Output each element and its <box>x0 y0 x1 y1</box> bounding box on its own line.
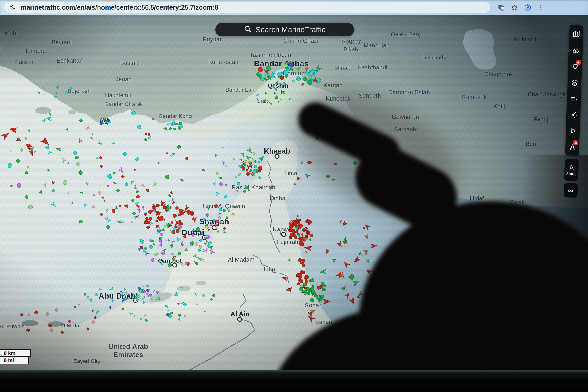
vessel-marker[interactable] <box>303 283 306 286</box>
vessel-marker[interactable] <box>152 289 156 293</box>
vessel-marker[interactable] <box>206 235 208 238</box>
vessel-marker[interactable] <box>39 188 45 195</box>
vessel-marker[interactable] <box>368 280 374 286</box>
vessel-marker[interactable] <box>202 294 205 297</box>
vessel-marker[interactable] <box>359 251 362 255</box>
vessel-marker[interactable] <box>17 183 21 188</box>
vessel-marker[interactable] <box>77 304 80 306</box>
vessel-marker[interactable] <box>140 183 145 188</box>
vessel-marker[interactable] <box>25 137 27 139</box>
vessel-marker[interactable] <box>258 169 261 172</box>
vessel-marker[interactable] <box>156 225 159 228</box>
vessel-marker[interactable] <box>181 287 184 289</box>
vessel-marker[interactable] <box>27 166 30 169</box>
vessel-marker[interactable] <box>341 221 348 227</box>
vessel-marker[interactable] <box>264 91 268 96</box>
vessel-marker[interactable] <box>105 208 108 211</box>
vessel-marker[interactable] <box>213 219 216 222</box>
vessel-marker[interactable] <box>353 161 357 165</box>
vessel-marker[interactable] <box>218 212 221 215</box>
vessel-marker[interactable] <box>99 156 102 159</box>
vessel-marker[interactable] <box>160 233 163 236</box>
vessel-marker[interactable] <box>199 245 203 249</box>
vessel-marker[interactable] <box>87 296 89 299</box>
vessel-marker[interactable] <box>148 210 152 214</box>
vessel-marker[interactable] <box>52 189 55 192</box>
vessel-marker[interactable] <box>134 200 140 206</box>
vessel-marker[interactable] <box>142 300 146 304</box>
weather-button[interactable] <box>567 90 581 107</box>
vessel-marker[interactable] <box>172 258 175 261</box>
vessel-marker[interactable] <box>296 77 300 81</box>
infinity-button[interactable]: ∞ <box>564 183 578 198</box>
vessel-marker[interactable] <box>206 218 211 223</box>
vessel-marker[interactable] <box>183 314 186 317</box>
vessel-marker[interactable] <box>191 233 195 238</box>
vessel-marker[interactable] <box>163 261 167 264</box>
vessel-marker[interactable] <box>258 161 260 163</box>
vessel-marker[interactable] <box>132 212 136 215</box>
vessel-marker[interactable] <box>90 136 94 140</box>
vessel-marker[interactable] <box>121 220 125 224</box>
vessel-marker[interactable] <box>210 250 216 255</box>
vessel-marker[interactable] <box>296 215 300 219</box>
vessel-marker[interactable] <box>132 296 134 298</box>
vessel-marker[interactable] <box>223 227 226 230</box>
vessel-marker[interactable] <box>304 276 307 280</box>
vessel-marker[interactable] <box>208 241 212 244</box>
vessel-marker[interactable] <box>179 261 185 268</box>
vessel-marker[interactable] <box>50 328 53 332</box>
vessel-marker[interactable] <box>292 80 295 82</box>
vessel-marker[interactable] <box>152 117 156 121</box>
vessel-marker[interactable] <box>150 297 153 300</box>
vessel-marker[interactable] <box>279 98 282 101</box>
vessel-marker[interactable] <box>223 209 226 212</box>
vessel-marker[interactable] <box>51 202 57 208</box>
vessel-marker[interactable] <box>244 154 252 161</box>
vessel-marker[interactable] <box>112 180 117 186</box>
vessel-marker[interactable] <box>28 205 33 209</box>
vessel-marker[interactable] <box>151 180 158 188</box>
vessel-marker[interactable] <box>8 163 12 168</box>
vessel-marker[interactable] <box>74 89 76 91</box>
vessel-marker[interactable] <box>85 181 89 185</box>
vessel-marker[interactable] <box>163 126 169 132</box>
vessel-marker[interactable] <box>214 223 218 228</box>
vessel-marker[interactable] <box>339 131 343 135</box>
vessel-marker[interactable] <box>258 176 261 179</box>
vessel-marker[interactable] <box>122 308 124 310</box>
layers-button[interactable] <box>567 74 582 90</box>
vessel-marker[interactable] <box>304 250 309 254</box>
vessel-marker[interactable] <box>146 284 150 288</box>
vessel-marker[interactable] <box>368 311 375 318</box>
vessel-marker[interactable] <box>298 258 302 262</box>
vessel-marker[interactable] <box>322 284 326 287</box>
vessel-marker[interactable] <box>125 294 127 297</box>
vessel-marker[interactable] <box>303 244 312 252</box>
vessel-marker[interactable] <box>84 125 91 131</box>
vessel-marker[interactable] <box>304 172 310 179</box>
vessel-marker[interactable] <box>215 154 217 157</box>
vessel-marker[interactable] <box>48 151 53 155</box>
vessel-marker[interactable] <box>74 306 76 308</box>
vessel-marker[interactable] <box>198 233 200 236</box>
vessel-marker[interactable] <box>123 152 127 156</box>
vessel-marker[interactable] <box>232 157 235 161</box>
vessel-marker[interactable] <box>46 312 49 316</box>
vessel-marker[interactable] <box>171 240 175 243</box>
vessel-marker[interactable] <box>342 236 349 244</box>
vessel-marker[interactable] <box>180 125 183 128</box>
vessel-marker[interactable] <box>165 175 169 179</box>
vessel-marker[interactable] <box>38 92 40 93</box>
vessel-marker[interactable] <box>307 161 311 164</box>
vessel-marker[interactable] <box>56 146 62 152</box>
vessel-marker[interactable] <box>47 168 51 172</box>
vessel-marker[interactable] <box>170 312 173 314</box>
vessel-marker[interactable] <box>275 96 278 99</box>
vessel-marker[interactable] <box>9 150 13 153</box>
vessel-marker[interactable] <box>198 249 201 252</box>
vessel-marker[interactable] <box>105 211 109 214</box>
vessel-marker[interactable] <box>131 111 136 115</box>
vessel-marker[interactable] <box>406 259 411 265</box>
vessel-marker[interactable] <box>98 288 102 291</box>
